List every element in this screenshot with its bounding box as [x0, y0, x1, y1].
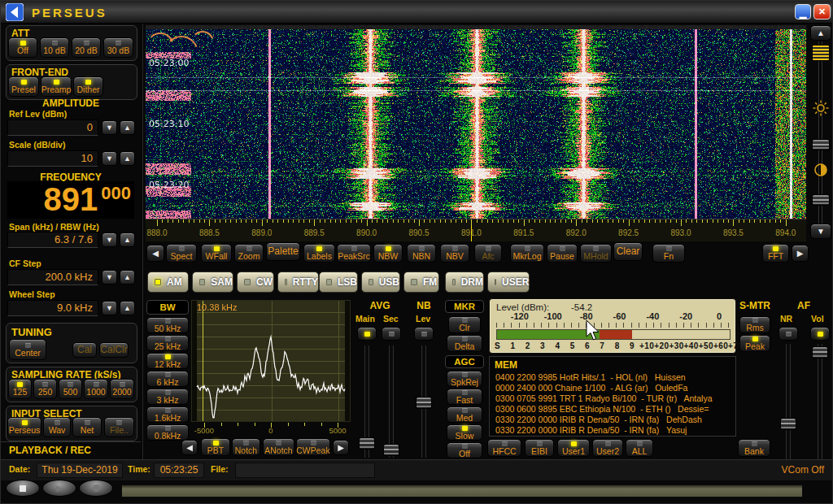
dither-button[interactable]: Dither	[73, 76, 103, 97]
input-net-button[interactable]: Net	[72, 417, 102, 437]
close-button[interactable]: ✕	[813, 4, 831, 20]
frequency-display[interactable]: 891 000	[7, 181, 134, 219]
toolbar-button-nbn[interactable]: NBN	[407, 244, 436, 263]
all-button[interactable]: ALL	[626, 439, 653, 457]
bw-button-6khz[interactable]: 6 kHz	[146, 371, 189, 387]
wheel-step-field[interactable]: 9.0 kHz	[7, 300, 98, 316]
preamp-button[interactable]: Preamp	[41, 76, 72, 97]
mode-button-cw[interactable]: CW	[237, 272, 274, 293]
bw-button-0-8khz[interactable]: 0.8kHz	[146, 424, 189, 441]
input-file-button[interactable]: File..	[104, 417, 134, 437]
mem-row[interactable]: 0400 2200 9985 HotR Hits/.1 - HOL (nl) H…	[495, 372, 686, 382]
bank-button[interactable]: Bank	[738, 439, 770, 457]
rate-125-button[interactable]: 125	[8, 379, 32, 399]
toolbar-button-nbw[interactable]: NBW	[373, 244, 403, 263]
user2-button[interactable]: User2	[592, 439, 623, 457]
bw-button-12khz[interactable]: 12 kHz	[146, 353, 189, 369]
agc-spkrej-button[interactable]: SpkRej	[447, 371, 482, 387]
mode-button-drm[interactable]: DRM	[445, 272, 484, 293]
anotch-button[interactable]: ANotch	[263, 438, 294, 456]
play-button[interactable]: ▶	[42, 480, 76, 497]
mode-button-am[interactable]: AM	[147, 272, 189, 293]
scroll-up-button[interactable]: ▲	[810, 25, 831, 41]
mem-row[interactable]: 0330 2200 0000 IRIB R Dena/50 - IRN (fa)…	[495, 415, 702, 424]
span-field[interactable]: 6.3 / 7.6	[7, 232, 98, 248]
smtr-peak-button[interactable]: Peak	[739, 335, 770, 352]
if-spectrum-scope[interactable]: 10.38 kHz	[191, 300, 351, 422]
bw-button-1-6khz[interactable]: 1.6kHz	[146, 406, 189, 423]
brightness-slider[interactable]	[812, 139, 830, 150]
avg-main-slider[interactable]	[359, 437, 375, 450]
rate-1000-button[interactable]: 1000	[84, 379, 108, 399]
stop-button[interactable]	[6, 480, 40, 497]
frequency-axis[interactable]: 888.0888.5889.0889.5890.0890.5891.0891.5…	[146, 219, 806, 241]
att-button-30db[interactable]: 30 dB	[103, 37, 133, 58]
toolbar-button-labels[interactable]: Labels	[303, 244, 335, 263]
mem-row[interactable]: 0300 0600 9895 EBC Ethiopia N/100 - ETH …	[495, 404, 709, 414]
toolbar-button-wfall[interactable]: WFall	[201, 244, 232, 263]
input-perseus-button[interactable]: Perseus	[7, 417, 41, 437]
toolbar-button-zoom[interactable]: Zoom	[234, 244, 264, 263]
scroll-down-button[interactable]: ▼	[810, 224, 831, 239]
toolbar-button-clear[interactable]: Clear	[613, 242, 643, 261]
mode-button-sam[interactable]: SAM	[192, 272, 233, 293]
rate-250-button[interactable]: 250	[33, 379, 57, 399]
center-button[interactable]: Center	[9, 339, 46, 360]
ref-lev-field[interactable]: 0	[7, 119, 98, 136]
bw-button-25khz[interactable]: 25 kHz	[146, 335, 189, 351]
af-nr-button[interactable]	[778, 327, 798, 341]
pan-left-button[interactable]: ◀	[146, 245, 164, 262]
toolbar-button-nbv[interactable]: NBV	[440, 244, 469, 263]
af-vol-button[interactable]	[810, 327, 830, 341]
pbt-right-button[interactable]: ▶	[333, 440, 349, 455]
mode-button-fm[interactable]: FM	[403, 272, 439, 293]
eibi-button[interactable]: EIBI	[525, 439, 554, 457]
avg-sec-slider[interactable]	[383, 444, 399, 456]
toolbar-button-spect[interactable]: Spect	[166, 244, 197, 263]
ref-lev-up-button[interactable]: ▲	[120, 120, 135, 135]
calclr-button[interactable]: CalClr	[99, 342, 129, 358]
mem-row[interactable]: 0300 0705 9991 TRT 1 Radyo Bi/100 - TUR …	[495, 393, 713, 403]
mem-row[interactable]: 0000 2400 000 Chaine 1/100 - ALG (ar) Ou…	[495, 383, 687, 393]
smtr-rms-button[interactable]: Rms	[739, 316, 770, 333]
agc-slow-button[interactable]: Slow	[447, 424, 482, 441]
att-button-off[interactable]: Off	[8, 37, 37, 58]
cf-step-up-button[interactable]: ▲	[120, 270, 135, 285]
toolbar-button-fft[interactable]: FFT	[762, 244, 789, 263]
presel-button[interactable]: Presel	[8, 76, 39, 97]
wheel-step-up-button[interactable]: ▲	[120, 301, 135, 315]
af-nr-slider[interactable]	[780, 418, 796, 430]
mode-button-user[interactable]: USER	[487, 272, 530, 293]
ref-lev-down-button[interactable]: ▼	[102, 120, 117, 135]
cf-step-field[interactable]: 200.0 kHz	[7, 269, 98, 285]
user1-button[interactable]: User1	[557, 439, 590, 457]
record-button[interactable]	[79, 480, 113, 497]
agc-fast-button[interactable]: Fast	[447, 389, 482, 405]
mode-button-lsb[interactable]: LSB	[319, 272, 358, 293]
scale-down-button[interactable]: ▼	[102, 151, 117, 166]
att-button-10db[interactable]: 10 dB	[40, 37, 69, 58]
cf-step-down-button[interactable]: ▼	[102, 270, 117, 285]
pbt-left-button[interactable]: ◀	[181, 440, 198, 455]
toolbar-button-pause[interactable]: Pause	[547, 244, 578, 263]
minimize-button[interactable]: ▁	[795, 4, 811, 20]
nb-level-slider[interactable]	[416, 397, 432, 409]
rate-2000-button[interactable]: 2000	[110, 379, 134, 399]
notch-button[interactable]: Notch	[232, 438, 260, 456]
mkr-clr-button[interactable]: Clr	[448, 316, 481, 333]
agc-off-button[interactable]: Off	[447, 442, 482, 458]
att-button-20db[interactable]: 20 dB	[72, 37, 101, 58]
palette-slider[interactable]	[812, 45, 830, 61]
contrast-slider[interactable]	[812, 194, 830, 206]
span-up-button[interactable]: ▲	[120, 232, 135, 247]
bw-button-50khz[interactable]: 50 kHz	[146, 317, 189, 333]
toolbar-button-fn[interactable]: Fn	[652, 244, 685, 263]
bw-button-3khz[interactable]: 3 kHz	[146, 389, 189, 405]
toolbar-button-mkrlog[interactable]: MkrLog	[510, 244, 544, 263]
toolbar-button-afc[interactable]: Afc	[474, 244, 502, 263]
mkr-delta-button[interactable]: Delta	[447, 335, 482, 352]
waterfall-display[interactable]	[146, 25, 806, 219]
mode-button-rtty[interactable]: RTTY	[277, 272, 319, 293]
pan-right-button[interactable]: ▶	[792, 245, 809, 262]
span-down-button[interactable]: ▼	[102, 232, 117, 247]
